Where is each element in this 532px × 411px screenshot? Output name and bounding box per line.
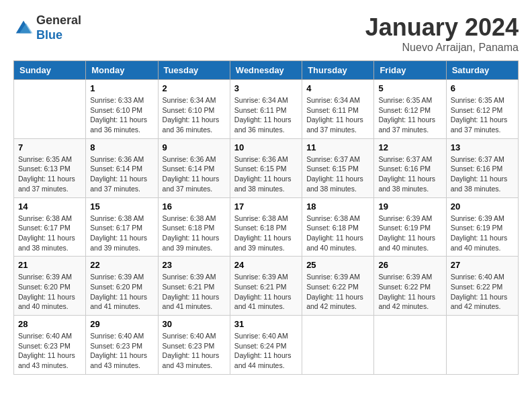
- sunset-text: Sunset: 6:14 PM: [163, 164, 226, 174]
- calendar-cell: 13Sunrise: 6:37 AMSunset: 6:16 PMDayligh…: [446, 138, 518, 197]
- sunset-text: Sunset: 6:12 PM: [451, 105, 514, 116]
- daylight-text: Daylight: 11 hours and 43 minutes.: [90, 351, 153, 370]
- day-info: Sunrise: 6:33 AMSunset: 6:10 PMDaylight:…: [90, 95, 153, 135]
- day-number: 6: [451, 83, 514, 93]
- calendar-week-row: 7Sunrise: 6:35 AMSunset: 6:13 PMDaylight…: [14, 138, 519, 197]
- month-title: January 2024: [365, 13, 519, 42]
- day-info: Sunrise: 6:34 AMSunset: 6:10 PMDaylight:…: [163, 95, 226, 135]
- calendar-cell: 22Sunrise: 6:39 AMSunset: 6:20 PMDayligh…: [86, 257, 158, 316]
- calendar-cell: 12Sunrise: 6:37 AMSunset: 6:16 PMDayligh…: [374, 138, 446, 197]
- logo-general-text: General: [36, 13, 81, 28]
- sunset-text: Sunset: 6:21 PM: [163, 282, 226, 292]
- daylight-text: Daylight: 11 hours and 37 minutes.: [306, 115, 369, 134]
- daylight-text: Daylight: 11 hours and 38 minutes.: [234, 174, 298, 193]
- sunrise-text: Sunrise: 6:36 AM: [163, 154, 226, 165]
- day-number: 29: [90, 319, 153, 329]
- sunrise-text: Sunrise: 6:38 AM: [163, 214, 226, 224]
- day-info: Sunrise: 6:35 AMSunset: 6:12 PMDaylight:…: [378, 95, 441, 135]
- daylight-text: Daylight: 11 hours and 44 minutes.: [234, 351, 298, 370]
- day-number: 25: [306, 260, 369, 270]
- daylight-text: Daylight: 11 hours and 40 minutes.: [18, 292, 81, 312]
- calendar-cell: [446, 316, 518, 375]
- calendar-cell: 9Sunrise: 6:36 AMSunset: 6:14 PMDaylight…: [158, 138, 230, 197]
- calendar-cell: [374, 316, 446, 375]
- daylight-text: Daylight: 11 hours and 43 minutes.: [18, 351, 81, 370]
- calendar-cell: 4Sunrise: 6:34 AMSunset: 6:11 PMDaylight…: [302, 80, 374, 139]
- sunset-text: Sunset: 6:13 PM: [18, 164, 81, 174]
- daylight-text: Daylight: 11 hours and 39 minutes.: [234, 233, 298, 253]
- sunset-text: Sunset: 6:21 PM: [234, 282, 298, 292]
- daylight-text: Daylight: 11 hours and 38 minutes.: [378, 174, 441, 193]
- sunrise-text: Sunrise: 6:39 AM: [306, 272, 369, 282]
- sunrise-text: Sunrise: 6:40 AM: [234, 331, 298, 341]
- daylight-text: Daylight: 11 hours and 42 minutes.: [306, 292, 369, 312]
- sunset-text: Sunset: 6:24 PM: [234, 341, 298, 351]
- day-info: Sunrise: 6:39 AMSunset: 6:20 PMDaylight:…: [90, 272, 153, 312]
- daylight-text: Daylight: 11 hours and 38 minutes.: [451, 174, 514, 193]
- calendar-cell: 2Sunrise: 6:34 AMSunset: 6:10 PMDaylight…: [158, 80, 230, 139]
- day-info: Sunrise: 6:36 AMSunset: 6:14 PMDaylight:…: [163, 154, 226, 194]
- sunset-text: Sunset: 6:10 PM: [90, 105, 153, 116]
- day-info: Sunrise: 6:38 AMSunset: 6:18 PMDaylight:…: [163, 214, 226, 253]
- day-number: 9: [163, 142, 226, 152]
- logo: General Blue: [13, 13, 81, 42]
- calendar-cell: 25Sunrise: 6:39 AMSunset: 6:22 PMDayligh…: [302, 257, 374, 316]
- sunrise-text: Sunrise: 6:34 AM: [306, 95, 369, 105]
- day-number: 19: [378, 201, 441, 212]
- calendar-cell: [14, 80, 86, 139]
- day-number: 10: [234, 142, 298, 152]
- sunset-text: Sunset: 6:17 PM: [90, 223, 153, 233]
- sunset-text: Sunset: 6:16 PM: [378, 164, 441, 174]
- daylight-text: Daylight: 11 hours and 41 minutes.: [234, 292, 298, 312]
- calendar-cell: 10Sunrise: 6:36 AMSunset: 6:15 PMDayligh…: [230, 138, 302, 197]
- sunset-text: Sunset: 6:12 PM: [378, 105, 441, 116]
- sunset-text: Sunset: 6:20 PM: [18, 282, 81, 292]
- sunrise-text: Sunrise: 6:40 AM: [18, 331, 81, 341]
- sunrise-text: Sunrise: 6:35 AM: [378, 95, 441, 105]
- sunset-text: Sunset: 6:23 PM: [18, 341, 81, 351]
- logo-text: General Blue: [36, 13, 81, 42]
- day-info: Sunrise: 6:39 AMSunset: 6:19 PMDaylight:…: [451, 214, 514, 253]
- day-number: 3: [234, 83, 298, 93]
- day-info: Sunrise: 6:39 AMSunset: 6:19 PMDaylight:…: [378, 214, 441, 253]
- calendar-cell: 11Sunrise: 6:37 AMSunset: 6:15 PMDayligh…: [302, 138, 374, 197]
- sunset-text: Sunset: 6:11 PM: [306, 105, 369, 116]
- logo-icon: [13, 18, 34, 38]
- day-info: Sunrise: 6:37 AMSunset: 6:16 PMDaylight:…: [451, 154, 514, 194]
- calendar-cell: 14Sunrise: 6:38 AMSunset: 6:17 PMDayligh…: [14, 197, 86, 257]
- day-info: Sunrise: 6:36 AMSunset: 6:15 PMDaylight:…: [234, 154, 298, 194]
- calendar-cell: 7Sunrise: 6:35 AMSunset: 6:13 PMDaylight…: [14, 138, 86, 197]
- calendar-cell: 26Sunrise: 6:39 AMSunset: 6:22 PMDayligh…: [374, 257, 446, 316]
- day-number: 5: [378, 83, 441, 93]
- day-number: 12: [378, 142, 441, 152]
- day-number: 20: [451, 201, 514, 212]
- day-info: Sunrise: 6:34 AMSunset: 6:11 PMDaylight:…: [306, 95, 369, 135]
- calendar-header-row: SundayMondayTuesdayWednesdayThursdayFrid…: [14, 61, 519, 80]
- day-info: Sunrise: 6:40 AMSunset: 6:22 PMDaylight:…: [451, 272, 514, 312]
- calendar-cell: 28Sunrise: 6:40 AMSunset: 6:23 PMDayligh…: [14, 316, 86, 375]
- sunrise-text: Sunrise: 6:39 AM: [378, 214, 441, 224]
- sunrise-text: Sunrise: 6:35 AM: [451, 95, 514, 105]
- daylight-text: Daylight: 11 hours and 38 minutes.: [306, 174, 369, 193]
- day-info: Sunrise: 6:38 AMSunset: 6:17 PMDaylight:…: [18, 214, 81, 253]
- calendar-cell: 30Sunrise: 6:40 AMSunset: 6:23 PMDayligh…: [158, 316, 230, 375]
- day-header-tuesday: Tuesday: [158, 61, 230, 80]
- daylight-text: Daylight: 11 hours and 40 minutes.: [306, 233, 369, 253]
- sunset-text: Sunset: 6:19 PM: [378, 223, 441, 233]
- day-header-sunday: Sunday: [14, 61, 86, 80]
- daylight-text: Daylight: 11 hours and 40 minutes.: [378, 233, 441, 253]
- calendar-cell: 23Sunrise: 6:39 AMSunset: 6:21 PMDayligh…: [158, 257, 230, 316]
- daylight-text: Daylight: 11 hours and 41 minutes.: [163, 292, 226, 312]
- daylight-text: Daylight: 11 hours and 37 minutes.: [18, 174, 81, 193]
- calendar-cell: 31Sunrise: 6:40 AMSunset: 6:24 PMDayligh…: [230, 316, 302, 375]
- logo-blue-text: Blue: [36, 28, 81, 43]
- day-info: Sunrise: 6:39 AMSunset: 6:20 PMDaylight:…: [18, 272, 81, 312]
- day-info: Sunrise: 6:40 AMSunset: 6:23 PMDaylight:…: [90, 331, 153, 371]
- daylight-text: Daylight: 11 hours and 36 minutes.: [163, 115, 226, 134]
- sunrise-text: Sunrise: 6:34 AM: [163, 95, 226, 105]
- title-area: January 2024 Nuevo Arraijan, Panama: [365, 13, 519, 54]
- page-header: General Blue January 2024 Nuevo Arraijan…: [13, 13, 519, 54]
- sunrise-text: Sunrise: 6:40 AM: [163, 331, 226, 341]
- calendar-cell: 6Sunrise: 6:35 AMSunset: 6:12 PMDaylight…: [446, 80, 518, 139]
- day-info: Sunrise: 6:38 AMSunset: 6:18 PMDaylight:…: [234, 214, 298, 253]
